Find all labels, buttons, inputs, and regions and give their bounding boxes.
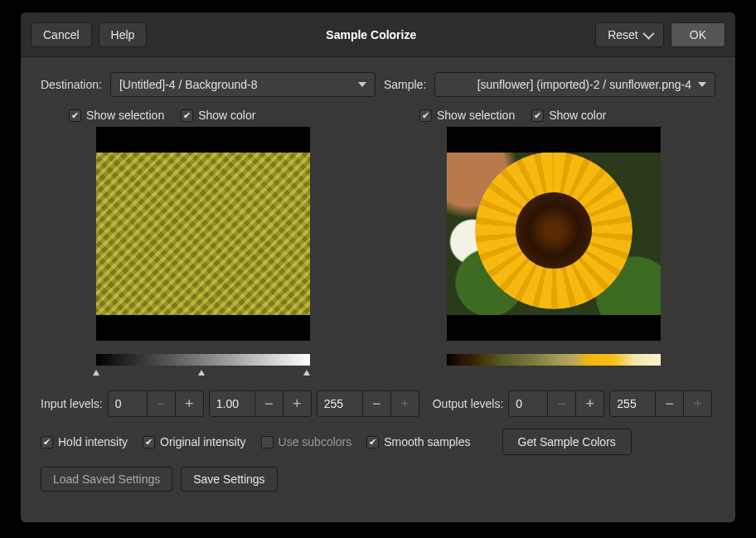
destination-dropdown[interactable]: [Untitled]-4 / Background-8: [110, 72, 376, 97]
bottom-buttons: Load Saved Settings Save Settings: [41, 467, 715, 492]
increment-button[interactable]: +: [391, 390, 419, 417]
get-sample-colors-button[interactable]: Get Sample Colors: [502, 429, 632, 455]
hold-intensity-check[interactable]: Hold intensity: [41, 435, 128, 448]
input-high-spin: − +: [317, 390, 419, 417]
checkbox-icon: [531, 109, 544, 122]
sample-preview-image: [447, 153, 661, 315]
decrement-button[interactable]: −: [148, 390, 176, 417]
output-low-field[interactable]: [508, 390, 548, 417]
chevron-down-icon: [642, 27, 654, 39]
cancel-button[interactable]: Cancel: [31, 22, 92, 47]
destination-value: [Untitled]-4 / Background-8: [119, 78, 351, 91]
check-label: Smooth samples: [384, 435, 470, 448]
output-levels-label: Output levels:: [433, 397, 504, 410]
output-high-spin: − +: [609, 390, 712, 417]
checkbox-icon: [261, 436, 274, 448]
sample-label: Sample:: [384, 78, 426, 91]
original-intensity-check[interactable]: Original intensity: [143, 435, 246, 448]
check-label: Original intensity: [160, 435, 246, 448]
input-gradient-strip[interactable]: [96, 354, 310, 366]
check-label: Show selection: [437, 109, 515, 122]
help-button[interactable]: Help: [99, 22, 148, 47]
smooth-samples-check[interactable]: Smooth samples: [366, 435, 470, 448]
input-gamma-field[interactable]: [209, 390, 255, 417]
check-label: Hold intensity: [58, 435, 128, 448]
input-low-field[interactable]: [108, 390, 148, 417]
checkbox-icon: [143, 436, 155, 448]
check-label: Show selection: [86, 109, 164, 122]
low-marker[interactable]: [93, 370, 99, 376]
check-label: Use subcolors: [279, 435, 352, 448]
dropdown-icon: [358, 82, 366, 87]
destination-label: Destination:: [41, 78, 102, 91]
input-low-spin: − +: [108, 390, 204, 417]
dialog-body: Destination: [Untitled]-4 / Background-8…: [21, 57, 735, 522]
check-label: Show color: [549, 109, 606, 122]
checkbox-icon: [69, 109, 81, 122]
checkbox-icon: [419, 109, 432, 122]
checkbox-icon: [181, 109, 193, 122]
destination-panel: Show selection Show color: [41, 109, 365, 379]
decrement-button[interactable]: −: [548, 390, 576, 417]
sample-gradient-strip[interactable]: [447, 354, 661, 366]
sample-dropdown[interactable]: [sunflower] (imported)-2 / sunflower.png…: [434, 72, 715, 97]
dialog-title: Sample Colorize: [153, 28, 589, 41]
input-levels-label: Input levels:: [41, 397, 103, 410]
reset-button[interactable]: Reset: [595, 22, 664, 47]
dropdown-icon: [698, 82, 706, 87]
decrement-button[interactable]: −: [255, 390, 284, 417]
increment-button[interactable]: +: [684, 390, 712, 417]
levels-row: Input levels: − + − + − + Output levels:…: [41, 390, 715, 417]
preview-panels: Show selection Show color: [41, 109, 715, 379]
sample-preview[interactable]: [447, 127, 661, 341]
dest-show-color-check[interactable]: Show color: [181, 109, 255, 122]
titlebar: Cancel Help Sample Colorize Reset OK: [21, 12, 735, 57]
load-settings-button[interactable]: Load Saved Settings: [41, 467, 172, 492]
increment-button[interactable]: +: [284, 390, 312, 417]
ok-button[interactable]: OK: [671, 22, 725, 47]
sample-panel: Show selection Show color: [391, 109, 715, 379]
destination-preview[interactable]: [96, 127, 310, 341]
input-markers[interactable]: [96, 371, 310, 379]
input-high-field[interactable]: [317, 390, 363, 417]
decrement-button[interactable]: −: [363, 390, 391, 417]
reset-label: Reset: [608, 28, 638, 41]
decrement-button[interactable]: −: [656, 390, 684, 417]
output-high-field[interactable]: [609, 390, 656, 417]
gamma-marker[interactable]: [198, 370, 205, 376]
checkbox-icon: [366, 436, 379, 448]
increment-button[interactable]: +: [176, 390, 204, 417]
sample-colorize-dialog: Cancel Help Sample Colorize Reset OK Des…: [21, 12, 735, 522]
sample-show-selection-check[interactable]: Show selection: [419, 109, 515, 122]
dest-show-selection-check[interactable]: Show selection: [69, 109, 164, 122]
increment-button[interactable]: +: [576, 390, 604, 417]
destination-preview-image: [96, 153, 310, 315]
sample-value: [sunflower] (imported)-2 / sunflower.png…: [443, 78, 691, 91]
options-row: Hold intensity Original intensity Use su…: [41, 429, 715, 455]
sample-show-color-check[interactable]: Show color: [531, 109, 606, 122]
high-marker[interactable]: [303, 370, 310, 376]
output-low-spin: − +: [508, 390, 604, 417]
output-markers: [447, 371, 661, 379]
save-settings-button[interactable]: Save Settings: [181, 467, 277, 492]
check-label: Show color: [198, 109, 255, 122]
checkbox-icon: [41, 436, 53, 448]
selectors-row: Destination: [Untitled]-4 / Background-8…: [41, 72, 715, 97]
input-gamma-spin: − +: [209, 390, 312, 417]
use-subcolors-check[interactable]: Use subcolors: [261, 435, 352, 448]
